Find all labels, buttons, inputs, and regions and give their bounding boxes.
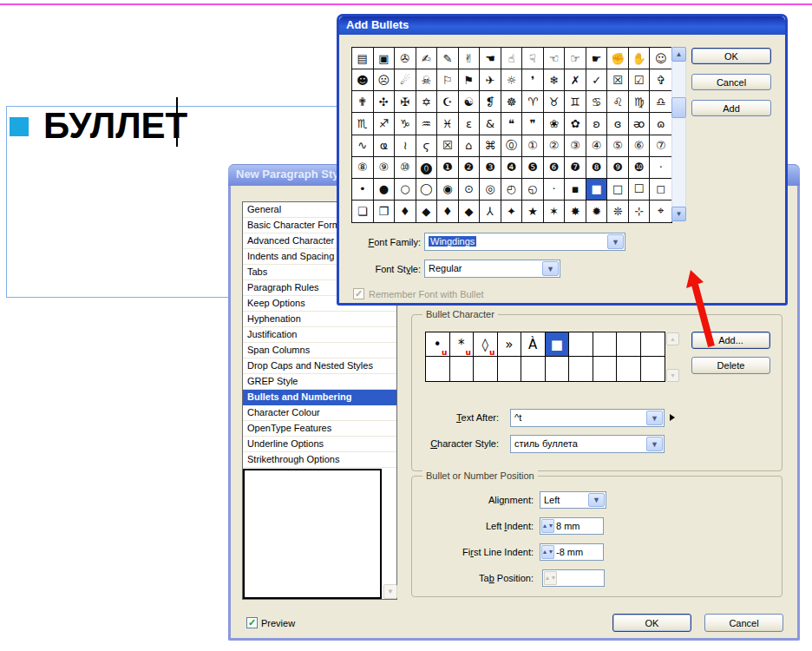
bullet-cell[interactable]: [569, 332, 593, 357]
glyph-cell[interactable]: ✞: [650, 69, 671, 91]
glyph-cell[interactable]: ✟: [352, 91, 374, 113]
glyph-cell[interactable]: ☄: [395, 69, 416, 91]
glyph-scrollbar[interactable]: [671, 47, 686, 221]
glyph-cell[interactable]: ♎: [650, 91, 671, 113]
bullet-cell[interactable]: [521, 357, 546, 381]
glyph-cell[interactable]: ◻: [650, 179, 671, 201]
glyph-cell[interactable]: ⚑: [459, 69, 481, 91]
alignment-combo[interactable]: Left ▼: [540, 491, 606, 509]
category-item[interactable]: Span Columns: [243, 343, 396, 358]
preview-checkbox[interactable]: ✓: [246, 617, 258, 628]
cancel-button[interactable]: Cancel: [704, 614, 783, 632]
glyph-cell[interactable]: ③: [565, 135, 586, 157]
glyph-cell[interactable]: ɷ: [650, 113, 671, 135]
bullet-cell[interactable]: [474, 357, 498, 381]
bullet-cell[interactable]: [641, 332, 665, 357]
glyph-cell[interactable]: ☹: [374, 69, 396, 91]
glyph-cell[interactable]: ❺: [522, 157, 544, 179]
glyph-cell[interactable]: ♦: [437, 201, 459, 222]
glyph-cell[interactable]: ☟: [522, 48, 544, 69]
bullet-cell[interactable]: »: [498, 332, 522, 357]
glyph-cell[interactable]: ◉: [437, 179, 459, 201]
text-after-combo[interactable]: ^t ▼: [510, 409, 665, 427]
glyph-cell[interactable]: ❡: [480, 91, 501, 113]
glyph-cell[interactable]: ✠: [395, 91, 416, 113]
glyph-cell[interactable]: ⑩: [395, 157, 416, 179]
glyph-cell[interactable]: ❶: [437, 157, 459, 179]
glyph-cell[interactable]: ɞ: [607, 113, 629, 135]
glyph-cell[interactable]: ▪: [565, 179, 586, 201]
glyph-cell[interactable]: ✍: [416, 48, 438, 69]
bullet-cell[interactable]: ◊u: [474, 332, 498, 357]
category-item[interactable]: Bullets and Numbering: [243, 390, 396, 405]
bullet-cell[interactable]: ■: [546, 332, 570, 357]
glyph-cell[interactable]: ⊹: [629, 201, 651, 222]
glyph-cell[interactable]: ♐: [374, 113, 396, 135]
glyph-cell[interactable]: ☪: [437, 91, 459, 113]
glyph-cell[interactable]: ②: [544, 135, 566, 157]
delete-bullet-button[interactable]: Delete: [691, 357, 770, 374]
glyph-cell[interactable]: ❸: [480, 157, 501, 179]
glyph-cell[interactable]: ❄: [544, 69, 566, 91]
glyph-cell[interactable]: ❀: [544, 113, 566, 135]
glyph-cell[interactable]: ✿: [565, 113, 586, 135]
glyph-cell[interactable]: ●: [374, 179, 396, 201]
glyph-cell[interactable]: ☻: [352, 69, 374, 91]
bullet-cell[interactable]: •u: [426, 332, 450, 357]
glyph-cell[interactable]: ✇: [395, 48, 416, 69]
glyph-cell[interactable]: ⌂: [459, 135, 481, 157]
glyph-cell[interactable]: ◴: [501, 179, 523, 201]
glyph-cell[interactable]: ▣: [374, 48, 396, 69]
category-item[interactable]: Underline Options: [243, 437, 396, 452]
glyph-cell[interactable]: ʚ: [586, 113, 608, 135]
add-bullets-ok-button[interactable]: OK: [691, 48, 771, 64]
glyph-cell[interactable]: ❾: [607, 157, 629, 179]
category-item[interactable]: Character Colour: [243, 405, 396, 421]
glyph-cell[interactable]: ✹: [586, 201, 608, 222]
glyph-cell[interactable]: ⑤: [607, 135, 629, 157]
chevron-down-icon[interactable]: ▼: [542, 261, 559, 276]
glyph-cell[interactable]: ①: [522, 135, 544, 157]
glyph-cell[interactable]: ⑧: [352, 157, 374, 179]
category-item[interactable]: Drop Caps and Nested Styles: [243, 358, 396, 374]
glyph-cell[interactable]: ✎: [437, 48, 459, 69]
chevron-down-icon[interactable]: ▼: [646, 411, 663, 425]
glyph-cell[interactable]: ☸: [501, 91, 523, 113]
add-bullets-add-button[interactable]: Add: [691, 100, 771, 116]
glyph-cell[interactable]: •: [352, 179, 374, 201]
glyph-cell[interactable]: ❜: [522, 69, 544, 91]
glyph-cell[interactable]: ⌘: [480, 135, 501, 157]
add-bullets-titlebar[interactable]: Add Bullets: [339, 16, 785, 35]
bullet-cell[interactable]: [617, 332, 641, 357]
glyph-cell[interactable]: ɛ: [459, 113, 481, 135]
font-family-combo[interactable]: Wingdings ▼: [424, 233, 625, 251]
category-item[interactable]: OpenType Features: [243, 421, 396, 437]
glyph-cell[interactable]: ✶: [544, 201, 566, 222]
glyph-cell[interactable]: ☜: [544, 48, 566, 69]
glyph-cell[interactable]: ❝: [501, 113, 523, 135]
bullet-cell[interactable]: [498, 357, 522, 381]
glyph-cell[interactable]: ♋: [586, 91, 608, 113]
glyph-cell[interactable]: ♌: [607, 91, 629, 113]
glyph-cell[interactable]: ♏: [352, 113, 374, 135]
first-line-indent-field[interactable]: ▲▼ -8 mm: [540, 543, 604, 561]
glyph-cell[interactable]: ♍: [629, 91, 651, 113]
glyph-cell[interactable]: ☒: [437, 135, 459, 157]
glyph-cell[interactable]: ⑨: [374, 157, 396, 179]
glyph-cell[interactable]: ≀: [395, 135, 416, 157]
glyph-cell[interactable]: ♑: [395, 113, 416, 135]
add-bullets-cancel-button[interactable]: Cancel: [691, 74, 771, 90]
glyph-cell[interactable]: ✊: [607, 48, 629, 69]
glyph-cell[interactable]: ☠: [416, 69, 438, 91]
chevron-down-icon[interactable]: ▼: [588, 493, 605, 507]
glyph-cell[interactable]: ♉: [544, 91, 566, 113]
glyph-cell[interactable]: ◯: [416, 179, 438, 201]
glyph-cell[interactable]: ✡: [416, 91, 438, 113]
glyph-cell[interactable]: ☺: [650, 48, 671, 69]
glyph-cell[interactable]: ҩ: [374, 135, 396, 157]
category-item[interactable]: Justification: [243, 327, 396, 343]
glyph-cell[interactable]: ○: [395, 179, 416, 201]
glyph-cell[interactable]: ⊙: [459, 179, 481, 201]
glyph-cell[interactable]: ♒: [416, 113, 438, 135]
bullet-cell[interactable]: [546, 357, 570, 381]
